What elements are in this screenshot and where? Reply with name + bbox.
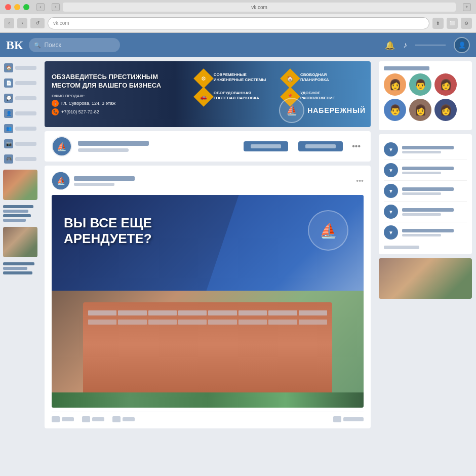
sidebar-thumb-2[interactable] [3, 227, 37, 257]
feature-icon-3: 🚗 [200, 94, 207, 100]
tab-title: vk.com [251, 5, 267, 10]
avatar-1[interactable]: 👩 [384, 73, 406, 96]
window-9 [88, 320, 116, 325]
friends-label [15, 111, 36, 115]
settings-button[interactable]: ⚙ [461, 18, 472, 29]
window-close-dot[interactable] [5, 4, 11, 10]
window-expand-dot[interactable] [23, 4, 29, 10]
text-line-1 [3, 205, 33, 208]
list-icon-1: ▼ [384, 142, 398, 156]
list-bar1-1 [402, 146, 454, 149]
avatars-card-title [384, 66, 429, 70]
sidebar-home[interactable]: 🏠 [3, 61, 37, 74]
city-text: Гл. Суворова, 124, 3 этаж [61, 101, 115, 106]
text-line-4 [3, 219, 26, 222]
like-action[interactable] [52, 416, 74, 422]
sidebar-groups[interactable]: 👥 [3, 122, 37, 135]
new-tab-button[interactable]: + [463, 3, 471, 11]
notifications-icon[interactable]: 🔔 [385, 41, 395, 50]
avatar-4[interactable]: 👨 [384, 99, 406, 121]
refresh-button[interactable]: ↺ [30, 18, 45, 28]
banner-brand: НАБЕРЕЖНЫЙ [307, 106, 366, 114]
text-line-2 [3, 210, 28, 213]
banner-logo-area: ⛵ НАБЕРЕЖНЫЙ [279, 98, 366, 123]
avatar-5[interactable]: 👩 [409, 99, 431, 121]
ad-logo-overlay: ⛵ [308, 210, 348, 251]
sidebar-text-1 [3, 205, 37, 222]
banner-ad[interactable]: ОБЗАВЕДИТЕСЬ ПРЕСТИЖНЫМ МЕСТОМ ДЛЯ ВАШЕГ… [45, 61, 371, 127]
nav-forward-button[interactable]: › [52, 3, 60, 11]
subscribe-button[interactable] [244, 141, 288, 151]
feature-text-2: СВОБОДНАЯПЛАНИРОВКА [300, 71, 329, 83]
left-sidebar: 🏠 📄 💬 👤 👥 📷 [0, 57, 41, 476]
sidebar-messages[interactable]: 💬 [3, 92, 37, 105]
window-5 [208, 310, 236, 315]
list-bar2-4 [402, 213, 441, 216]
list-item-5[interactable]: ▼ [384, 222, 467, 243]
profile-name [78, 141, 149, 146]
list-text-5 [402, 229, 467, 236]
window-minimize-dot[interactable] [14, 4, 20, 10]
music-icon[interactable]: ♪ [403, 41, 407, 50]
forward-arrow[interactable]: › [17, 18, 27, 28]
comment-icon [82, 416, 90, 422]
groups-label [15, 127, 36, 131]
text-line-7 [3, 271, 32, 274]
share-button[interactable]: ⬆ [432, 18, 444, 29]
list-item-4[interactable]: ▼ [384, 202, 467, 222]
message-button[interactable] [298, 141, 343, 151]
building-image [52, 291, 364, 408]
sidebar-video[interactable]: 🎮 [3, 152, 37, 166]
feature-icon-2: 🏠 [287, 75, 294, 82]
window-15 [268, 320, 297, 325]
list-text-1 [402, 146, 467, 153]
avatar-3[interactable]: 👩 [434, 73, 457, 96]
more-options-button[interactable]: ••• [349, 142, 364, 151]
right-sidebar: 👩 👨 👩 👨 👩 👩 ▼ [375, 57, 476, 476]
phone-text: +7(910) 527-72-82 [61, 109, 99, 114]
home-label [15, 66, 36, 70]
address-bar[interactable]: vk.com [48, 17, 429, 29]
sidebar-thumb-1[interactable] [3, 170, 37, 200]
header-divider [415, 45, 446, 46]
ad-headline: ВЫ ВСЕ ЕЩЕ АРЕНДУЕТЕ? [64, 215, 152, 247]
post-header: ⛵ ••• [52, 172, 364, 190]
friends-icon: 👤 [4, 109, 13, 118]
post-author-avatar[interactable]: ⛵ [52, 172, 70, 190]
window-1 [88, 310, 116, 315]
window-10 [118, 320, 146, 325]
user-avatar-header[interactable]: 👤 [454, 37, 470, 53]
reader-button[interactable]: ⬜ [447, 18, 458, 29]
sidebar-photos[interactable]: 📷 [3, 137, 37, 150]
list-item-3[interactable]: ▼ [384, 181, 467, 202]
profile-subtitle [78, 148, 129, 152]
back-arrow[interactable]: ‹ [4, 18, 14, 28]
list-bar1-2 [402, 167, 454, 170]
list-icon-5: ▼ [384, 225, 398, 240]
search-bar[interactable]: 🔍 Поиск [29, 38, 120, 52]
share-count [123, 417, 135, 421]
vk-logo[interactable]: ВК [6, 38, 23, 52]
group-avatar[interactable]: ⛵ [52, 136, 72, 156]
nav-back-button[interactable]: ‹ [36, 3, 45, 11]
comment-action[interactable] [82, 416, 104, 422]
list-text-4 [402, 208, 467, 216]
text-line-6 [3, 267, 27, 270]
building-windows [83, 306, 333, 320]
avatar-6[interactable]: 👩 [434, 99, 457, 121]
avatars-grid: 👩 👨 👩 👨 👩 👩 [384, 73, 467, 121]
share-action[interactable] [112, 416, 135, 422]
list-item-2[interactable]: ▼ [384, 160, 467, 181]
message-label [305, 144, 336, 148]
sidebar-text-2 [3, 262, 37, 274]
right-thumb-image[interactable] [379, 258, 472, 299]
post-more-button[interactable]: ••• [356, 177, 364, 185]
news-label [15, 81, 36, 85]
sidebar-friends[interactable]: 👤 [3, 107, 37, 120]
post-date [74, 183, 114, 186]
sidebar-news[interactable]: 📄 [3, 76, 37, 90]
banner-left: ОБЗАВЕДИТЕСЬ ПРЕСТИЖНЫМ МЕСТОМ ДЛЯ ВАШЕГ… [45, 61, 191, 127]
list-item-1[interactable]: ▼ [384, 139, 467, 160]
avatar-2[interactable]: 👨 [409, 73, 431, 96]
tree-row [52, 392, 364, 408]
